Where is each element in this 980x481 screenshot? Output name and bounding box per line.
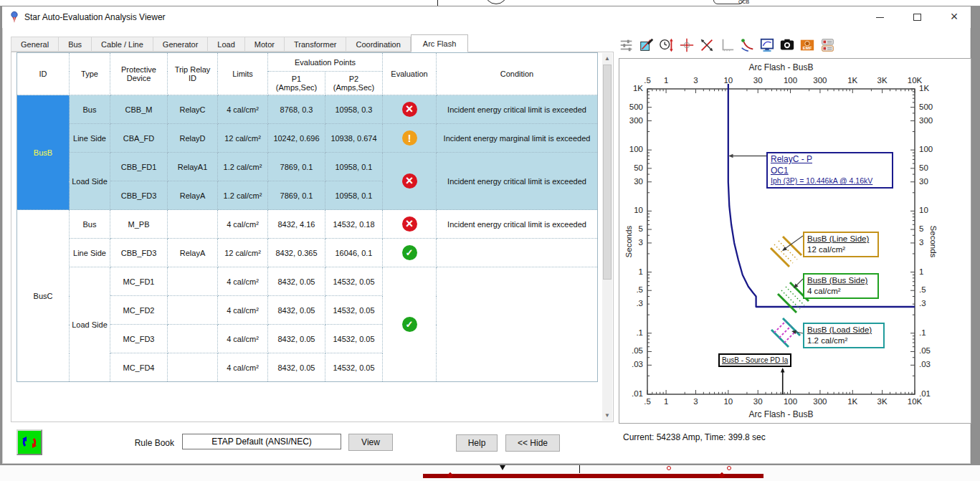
rule-book-label: Rule Book — [123, 438, 174, 448]
cell-device: CBB_FD1 — [110, 153, 168, 181]
time-range-icon[interactable] — [657, 37, 675, 54]
col-header-p1: P1(Amps,Sec) — [268, 72, 325, 95]
cell-evaluation — [383, 210, 437, 239]
axis-tick-label: 3 — [639, 238, 643, 247]
axis-tick-label: 1 — [664, 397, 668, 406]
tab-motor[interactable]: Motor — [245, 37, 285, 52]
cell-limits: 4 cal/cm² — [218, 296, 268, 325]
cell-p1: 8432, 0.05 — [268, 325, 325, 353]
tab-generator[interactable]: Generator — [153, 37, 209, 52]
cell-relay — [168, 325, 218, 353]
help-button[interactable]: Help — [456, 434, 498, 452]
tab-general[interactable]: General — [11, 37, 59, 52]
y-axis-title-left: Seconds — [624, 222, 634, 262]
axis-tick-label: 3 — [693, 76, 698, 85]
background-line — [437, 0, 438, 6]
critical-icon — [402, 216, 417, 232]
cell-device: MC_FD1 — [110, 267, 168, 296]
axis-tick-label: 500 — [919, 103, 933, 111]
tab-load[interactable]: Load — [208, 37, 244, 52]
axis-tick-label: 3K — [877, 76, 888, 85]
relay-curve-label[interactable]: RelayC - P OC1 Iph (3P) = 10.446kA @ 4.1… — [766, 152, 893, 189]
y-axis-title-right: Seconds — [928, 222, 938, 262]
cell-p2: 16046, 0.1 — [325, 239, 383, 267]
tab-coordination[interactable]: Coordination — [346, 37, 410, 52]
maximize-button[interactable] — [909, 9, 925, 25]
table-row[interactable]: BusB Bus CBB_M RelayC 4 cal/cm² 8768, 0.… — [17, 95, 598, 124]
desktop: OCB Star Auto-Evaluation Analysis Viewer… — [0, 0, 980, 481]
axis-tick-label: 50 — [634, 163, 643, 172]
axis-tick-label: 300 — [919, 116, 933, 125]
cell-type: Line Side — [70, 239, 110, 267]
refresh-arrows-icon — [20, 433, 39, 452]
tab-bus[interactable]: Bus — [59, 37, 92, 52]
plot-options-icon[interactable] — [637, 37, 655, 54]
tab-cable-line[interactable]: Cable / Line — [92, 37, 153, 52]
scroll-up-icon[interactable]: ▲ — [602, 53, 612, 64]
cell-type: Load Side — [70, 267, 110, 382]
chart-status-text: Current: 54238 Amp, Time: 399.8 sec — [623, 432, 766, 442]
axis-tick-label: 1K — [847, 397, 857, 406]
axis-tick-label: .1 — [636, 328, 643, 337]
svg-text:EMF: EMF — [802, 46, 812, 50]
cell-device: CBB_M — [110, 95, 168, 124]
view-button[interactable]: View — [348, 434, 393, 451]
arc-flash-tab-page: ID Type Protective Device Trip Relay ID … — [11, 52, 614, 422]
background-line — [579, 465, 580, 473]
cell-relay — [168, 210, 218, 239]
title-bar: Star Auto-Evaluation Analysis Viewer × — [2, 6, 971, 28]
device-list-icon[interactable] — [818, 37, 836, 54]
axes-icon[interactable] — [718, 37, 736, 54]
load-side-label[interactable]: BusB (Load Side) 1.2 cal/cm² — [803, 323, 885, 348]
bus-id-cell-busb[interactable]: BusB — [17, 95, 70, 210]
minimize-button[interactable] — [872, 9, 888, 25]
axis-tick-label: .05 — [919, 346, 931, 355]
crosshair-icon[interactable] — [677, 37, 695, 54]
pan-zoom-icon[interactable] — [698, 37, 715, 54]
window-title: Star Auto-Evaluation Analysis Viewer — [24, 12, 166, 22]
curve-label-icon[interactable] — [738, 37, 756, 54]
hide-button[interactable]: << Hide — [505, 434, 560, 452]
refresh-button[interactable] — [16, 429, 42, 455]
axis-tick-label: .5 — [636, 285, 643, 294]
tab-transformer[interactable]: Transformer — [285, 37, 347, 52]
cell-type: Bus — [70, 210, 110, 239]
cell-limits: 12 cal/cm² — [218, 124, 268, 153]
cell-device: M_PB — [110, 210, 168, 239]
emf-capture-icon[interactable]: EMF — [798, 37, 816, 54]
axis-tick-label: .03 — [919, 360, 931, 368]
axis-tick-label: 3K — [877, 397, 888, 406]
axis-tick-label: 3 — [919, 238, 923, 247]
table-scrollbar[interactable]: ▲ ▼ — [602, 53, 612, 421]
axis-tick-label: 10 — [723, 76, 733, 85]
table-row[interactable]: Line Side CBB_FD3 RelayA 12 cal/cm² 8432… — [17, 239, 598, 267]
line-side-label[interactable]: BusB (Line Side) 12 cal/cm² — [803, 232, 879, 257]
cell-relay: RelayA — [168, 239, 218, 267]
scroll-down-icon[interactable]: ▼ — [602, 410, 612, 421]
cell-evaluation — [383, 95, 437, 124]
cell-condition — [437, 239, 598, 267]
table-row[interactable]: Load Side MC_FD1 4 cal/cm² 8432, 0.05 14… — [17, 267, 598, 296]
rule-book-input[interactable] — [182, 434, 341, 449]
preferences-icon[interactable] — [617, 37, 635, 54]
bus-id-cell-busc[interactable]: BusC — [17, 210, 70, 382]
cell-condition: Incident energy critical limit is exceed… — [437, 210, 598, 239]
bus-side-label[interactable]: BusB (Bus Side) 4 cal/cm² — [803, 273, 879, 299]
table-row[interactable]: Line Side CBA_FD RelayD 12 cal/cm² 10242… — [17, 124, 598, 153]
cell-p1: 8432, 0.05 — [268, 353, 325, 382]
axis-tick-label: 30 — [634, 177, 643, 186]
cell-relay: RelayD — [168, 124, 218, 153]
axis-tick-label: 10 — [634, 206, 643, 214]
cell-evaluation — [383, 239, 437, 267]
table-row[interactable]: Load Side CBB_FD1 RelayA1 1.2 cal/cm² 78… — [17, 153, 598, 181]
capture-icon[interactable] — [778, 37, 796, 54]
tab-arc-flash[interactable]: Arc Flash — [411, 34, 468, 52]
col-header-id: ID — [17, 53, 70, 95]
cell-type: Line Side — [70, 124, 110, 153]
axis-tick-label: 1K — [633, 84, 643, 92]
display-options-icon[interactable] — [758, 37, 776, 54]
source-pd-label[interactable]: BusB - Source PD Ia — [718, 353, 791, 367]
close-button[interactable]: × — [946, 9, 962, 25]
scrollbar-thumb[interactable] — [603, 65, 612, 280]
table-row[interactable]: BusC Bus M_PB 4 cal/cm² 8432, 4.16 14532… — [17, 210, 598, 239]
